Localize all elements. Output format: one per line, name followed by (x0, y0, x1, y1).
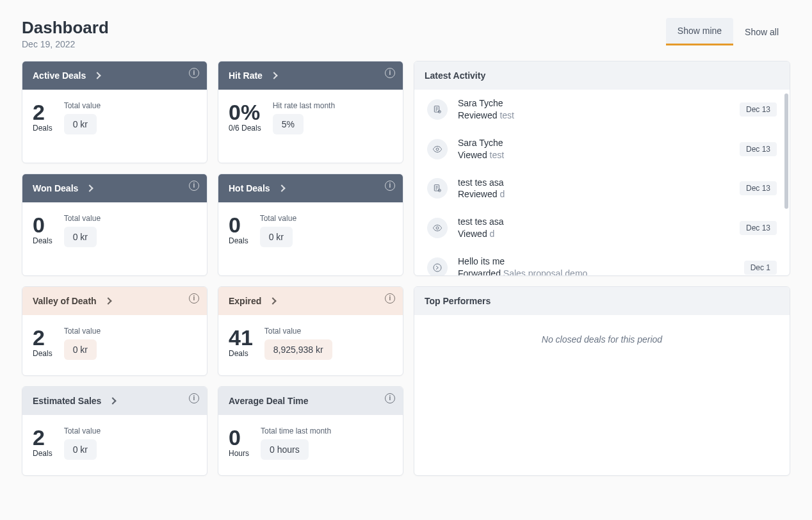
activity-who: Hello its me (458, 256, 734, 268)
card-active-deals: Active Deals i 2 Deals Total value 0 kr (22, 61, 207, 163)
card-body: 2 Deals Total value 0 kr (22, 415, 207, 474)
info-icon[interactable]: i (189, 181, 199, 191)
sub-label: Total value (64, 214, 101, 223)
sub-value: 5% (273, 114, 304, 134)
card-title: Estimated Sales (33, 396, 101, 406)
activity-verb: Reviewed (458, 110, 497, 120)
card-body: 41 Deals Total value 8,925,938 kr (218, 315, 403, 374)
chevron-right-icon (278, 184, 285, 191)
info-icon[interactable]: i (385, 393, 395, 403)
sub-label: Total time last month (261, 427, 331, 435)
title-block: Dashboard Dec 19, 2022 (22, 18, 109, 49)
card-head-active-deals[interactable]: Active Deals i (22, 61, 207, 90)
activity-who: Sara Tyche (458, 97, 729, 110)
activity-item[interactable]: test tes asaViewed dDec 13 (414, 208, 790, 248)
chevron-right-icon (94, 72, 101, 79)
activity-who: test tes asa (458, 177, 729, 189)
sub-value: 0 kr (64, 114, 97, 134)
tab-show-mine[interactable]: Show mine (666, 18, 733, 45)
view-toggle: Show mine Show all (666, 18, 790, 45)
page-date: Dec 19, 2022 (22, 39, 109, 49)
sub-label: Total value (264, 327, 332, 336)
reviewed-icon (427, 178, 448, 199)
card-average-deal-time: Average Deal Time i 0 Hours Total time l… (218, 386, 403, 476)
activity-text: test tes asaViewed d (458, 216, 729, 240)
card-expired: Expired i 41 Deals Total value 8,925,938… (218, 286, 403, 376)
stat-unit: Deals (33, 450, 53, 457)
sub-label: Hit rate last month (273, 101, 335, 110)
activity-date: Dec 13 (740, 181, 777, 195)
card-head-valley-of-death[interactable]: Valley of Death i (22, 287, 207, 315)
sub-label: Total value (260, 214, 296, 223)
card-body: 0 Deals Total value 0 kr (22, 202, 207, 261)
card-body: 0 Deals Total value 0 kr (218, 202, 403, 261)
stat-count: 2 (33, 327, 53, 348)
chevron-right-icon (270, 72, 277, 79)
svg-point-2 (436, 148, 439, 150)
activity-date: Dec 13 (740, 102, 777, 117)
card-hot-deals: Hot Deals i 0 Deals Total value 0 kr (218, 174, 403, 276)
activity-item[interactable]: test tes asaReviewed dDec 13 (414, 169, 790, 209)
stat-count: 2 (33, 101, 53, 123)
activity-text: test tes asaReviewed d (458, 177, 729, 201)
info-icon[interactable]: i (189, 293, 199, 304)
sub-label: Total value (64, 427, 101, 435)
sub-value: 0 hours (261, 439, 309, 460)
stat-count: 0% (229, 101, 261, 123)
forwarded-icon (427, 257, 448, 275)
card-valley-of-death: Valley of Death i 2 Deals Total value 0 … (22, 286, 207, 376)
tab-show-all[interactable]: Show all (733, 18, 790, 45)
stat-unit: 0/6 Deals (229, 124, 261, 132)
info-icon[interactable]: i (189, 393, 199, 403)
card-head-latest-activity: Latest Activity (414, 61, 790, 90)
card-head-hit-rate[interactable]: Hit Rate i (218, 61, 403, 90)
card-won-deals: Won Deals i 0 Deals Total value 0 kr (22, 174, 207, 276)
activity-verb: Viewed (458, 229, 487, 239)
card-title: Expired (229, 296, 261, 306)
card-head-hot-deals[interactable]: Hot Deals i (218, 174, 403, 202)
stat-unit: Deals (229, 350, 253, 357)
card-title: Average Deal Time (229, 396, 309, 406)
chevron-right-icon (110, 397, 117, 404)
card-head-won-deals[interactable]: Won Deals i (22, 174, 207, 202)
info-icon[interactable]: i (385, 293, 395, 304)
card-head-estimated-sales[interactable]: Estimated Sales i (22, 387, 207, 415)
activity-object: test (499, 110, 514, 120)
activity-verb: Forwarded (458, 268, 501, 275)
activity-object: d (490, 229, 495, 239)
info-icon[interactable]: i (189, 68, 199, 78)
activity-text: Sara TycheReviewed test (458, 97, 729, 122)
sub-value: 0 kr (64, 227, 97, 247)
activity-text: Hello its meForwarded Sales proposal dem… (458, 256, 734, 275)
info-icon[interactable]: i (385, 68, 395, 78)
stat-unit: Hours (229, 450, 249, 457)
viewed-icon (427, 139, 448, 159)
sub-value: 0 kr (64, 439, 97, 460)
sub-label: Total value (64, 327, 101, 336)
card-estimated-sales: Estimated Sales i 2 Deals Total value 0 … (22, 386, 207, 476)
card-head-expired[interactable]: Expired i (218, 287, 403, 315)
stat-unit: Deals (33, 124, 53, 132)
card-title: Valley of Death (33, 296, 97, 306)
card-hit-rate: Hit Rate i 0% 0/6 Deals Hit rate last mo… (218, 61, 403, 163)
card-head-top-performers: Top Performers (414, 287, 790, 315)
info-icon[interactable]: i (385, 181, 395, 191)
activity-item[interactable]: Sara TycheReviewed testDec 13 (414, 90, 790, 129)
activity-item[interactable]: Hello its meForwarded Sales proposal dem… (414, 248, 790, 275)
card-title: Won Deals (33, 183, 78, 193)
stat-count: 0 (229, 214, 248, 236)
scrollbar-thumb[interactable] (784, 93, 788, 209)
svg-point-6 (434, 264, 441, 272)
card-top-performers: Top Performers No closed deals for this … (414, 286, 790, 476)
activity-date: Dec 13 (740, 142, 777, 156)
reviewed-icon (427, 99, 448, 120)
activity-verb: Reviewed (458, 189, 497, 199)
top-performers-empty: No closed deals for this period (414, 315, 790, 475)
activity-list[interactable]: Sara TycheReviewed testDec 13Sara TycheV… (414, 90, 790, 275)
card-head-average-deal-time: Average Deal Time i (218, 387, 403, 415)
chevron-right-icon (104, 297, 111, 304)
header-row: Dashboard Dec 19, 2022 Show mine Show al… (22, 18, 790, 49)
activity-date: Dec 13 (740, 221, 777, 235)
activity-who: Sara Tyche (458, 137, 729, 149)
activity-item[interactable]: Sara TycheViewed testDec 13 (414, 129, 790, 169)
